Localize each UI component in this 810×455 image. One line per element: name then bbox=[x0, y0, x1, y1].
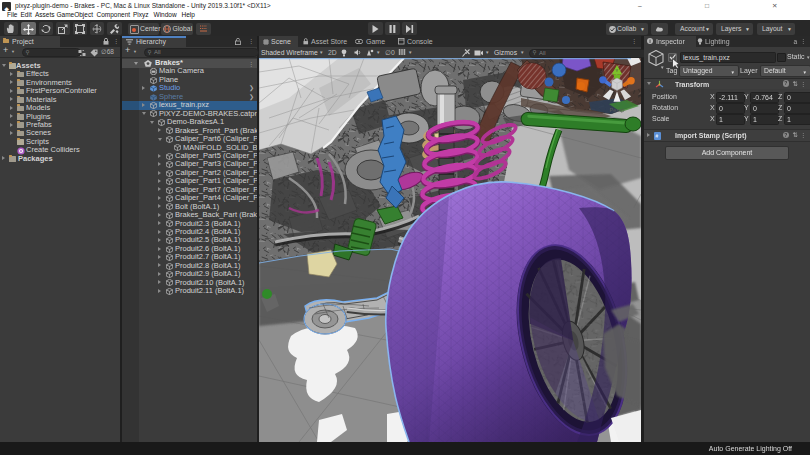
svg-text:Persp: Persp bbox=[610, 107, 625, 113]
svg-text:Z: Z bbox=[600, 70, 603, 75]
svg-text:X: X bbox=[631, 71, 634, 76]
svg-text:Y: Y bbox=[616, 68, 619, 73]
